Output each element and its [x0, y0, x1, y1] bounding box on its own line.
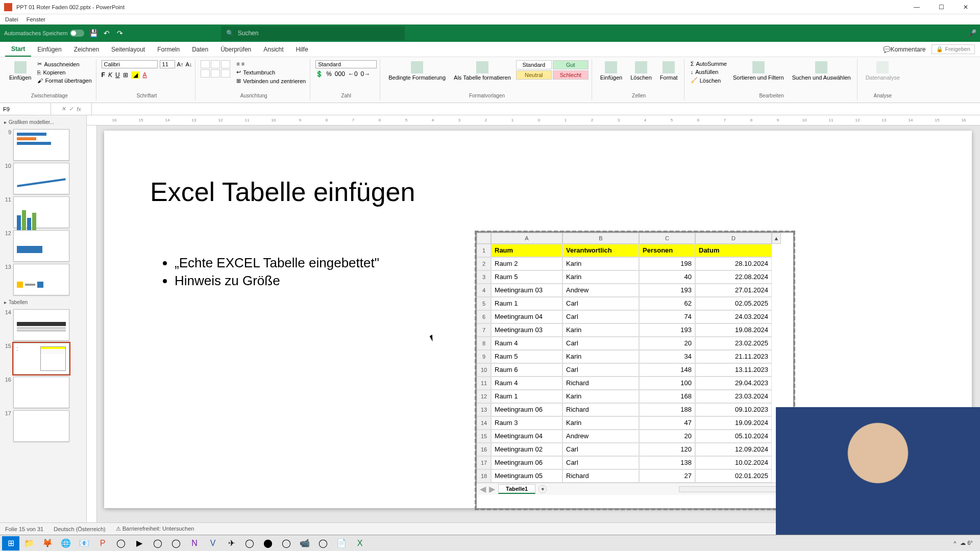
indent-buttons[interactable]: ≡ ≡ — [235, 60, 307, 67]
notepad-icon[interactable]: 📄 — [333, 536, 350, 550]
excel-data-row[interactable]: 7Meetingraum 03Karin19319.08.2024 — [477, 323, 793, 337]
outlook-icon[interactable]: 📧 — [76, 536, 93, 550]
section-grafiken[interactable]: ▸ Grafiken modellier... — [2, 117, 84, 127]
underline-button[interactable]: U — [115, 71, 120, 79]
excel-data-row[interactable]: 18Meetingraum 05Richard2702.01.2025 — [477, 469, 793, 483]
chrome-icon[interactable]: 🌐 — [57, 536, 75, 550]
excel-data-row[interactable]: 6Meetingraum 04Carl7424.03.2024 — [477, 310, 793, 323]
sheet-nav-prev-icon[interactable]: ◀ — [480, 484, 486, 494]
excel-data-row[interactable]: 10Raum 6Carl14813.11.2023 — [477, 363, 793, 377]
status-accessibility[interactable]: ⚠ Barrierefreiheit: Untersuchen — [116, 525, 194, 532]
excel-data-row[interactable]: 15Meetingraum 04Andrew2005.10.2024 — [477, 430, 793, 443]
name-box[interactable]: F9 — [0, 103, 51, 115]
tab-einfuegen[interactable]: Einfügen — [31, 42, 67, 57]
file-explorer-icon[interactable]: 📁 — [20, 536, 38, 550]
excel-data-row[interactable]: 16Meetingraum 02Carl12012.09.2024 — [477, 443, 793, 456]
slide-title[interactable]: Excel Tabelle einfügen — [150, 177, 415, 207]
cut-button[interactable]: ✂ Ausschneiden — [36, 60, 92, 68]
excel-data-row[interactable]: 3Raum 5Karin4022.08.2024 — [477, 270, 793, 284]
merge-button[interactable]: ⊞ Verbinden und zentrieren — [235, 77, 307, 85]
fx-buttons[interactable]: ✕✓fx — [51, 103, 92, 115]
start-button[interactable]: ⊞ — [2, 536, 19, 550]
visio-icon[interactable]: V — [204, 536, 222, 550]
italic-button[interactable]: K — [108, 71, 112, 79]
mic-icon[interactable]: 🎤 — [968, 29, 976, 37]
slide-thumb-9[interactable] — [13, 129, 69, 161]
app-icon[interactable]: ◯ — [278, 536, 295, 550]
border-button[interactable]: ⊞ — [123, 71, 128, 79]
section-tabellen[interactable]: ▸ Tabellen — [2, 297, 84, 307]
excel-data-row[interactable]: 13Meetingraum 06Richard18809.10.2023 — [477, 403, 793, 416]
wrap-text-button[interactable]: ↩ Textumbruch — [235, 68, 307, 76]
tray-chevron-icon[interactable]: ^ — [953, 540, 956, 546]
excel-data-row[interactable]: 8Raum 4Carl2023.02.2025 — [477, 337, 793, 350]
grow-font-icon[interactable]: A↑ — [177, 61, 184, 67]
slide-thumb-13[interactable] — [13, 264, 69, 295]
excel-data-row[interactable]: 5Raum 1Carl6202.05.2025 — [477, 297, 793, 310]
search-input[interactable]: 🔍 Suchen — [221, 26, 405, 40]
powerpoint-icon[interactable]: P — [94, 536, 111, 550]
zoom-icon[interactable]: 📹 — [296, 536, 313, 550]
tab-formeln[interactable]: Formeln — [151, 42, 186, 57]
slide-thumb-12[interactable] — [13, 230, 69, 262]
tab-seitenlayout[interactable]: Seitenlayout — [105, 42, 151, 57]
comma-button[interactable]: 000 — [335, 70, 345, 78]
file-menu[interactable]: Datei — [5, 16, 18, 22]
close-button[interactable]: ✕ — [955, 2, 976, 12]
shrink-font-icon[interactable]: A↓ — [185, 61, 192, 67]
excel-data-row[interactable]: 12Raum 1Karin16823.03.2024 — [477, 390, 793, 403]
excel-data-row[interactable]: 9Raum 5Karin3421.11.2023 — [477, 350, 793, 363]
excel-embedded-object[interactable]: A B C D ▲ 1RaumVerantwortlichPersonenDat… — [477, 233, 793, 508]
tab-start[interactable]: Start — [5, 42, 31, 57]
add-sheet-icon[interactable]: + — [538, 485, 547, 493]
app-icon[interactable]: ◯ — [314, 536, 332, 550]
paste-button[interactable]: Einfügen — [6, 60, 34, 82]
excel-data-row[interactable]: 17Meetingraum 06Carl13810.02.2024 — [477, 456, 793, 469]
tab-ueberpruefen[interactable]: Überprüfen — [214, 42, 257, 57]
excel-data-row[interactable]: 2Raum 2Karin19828.10.2024 — [477, 257, 793, 270]
style-neutral[interactable]: Neutral — [516, 70, 552, 80]
delete-cells-button[interactable]: Löschen — [627, 60, 655, 82]
format-painter-button[interactable]: 🖌 Format übertragen — [36, 77, 92, 84]
horizontal-scrollbar[interactable] — [679, 486, 781, 492]
autosave-toggle[interactable]: Automatisches Speichern — [4, 30, 84, 37]
undo-icon[interactable]: ↶ — [103, 29, 111, 37]
slide-bullets[interactable]: „Echte EXCEL Tabelle eingebettet" Hinwei… — [160, 253, 379, 291]
bullet-2[interactable]: Hinweis zu Größe — [175, 273, 379, 289]
insert-cells-button[interactable]: Einfügen — [597, 60, 625, 82]
font-size-select[interactable]: 11 — [160, 60, 175, 68]
slide-thumb-17[interactable] — [13, 410, 69, 442]
excel-icon[interactable]: X — [351, 536, 369, 550]
bullet-1[interactable]: „Echte EXCEL Tabelle eingebettet" — [175, 255, 379, 271]
onenote-icon[interactable]: N — [186, 536, 203, 550]
weather-widget[interactable]: ☁ 6° — [960, 540, 973, 546]
window-menu[interactable]: Fenster — [27, 16, 45, 22]
comments-button[interactable]: 💬 Kommentare — [877, 42, 932, 57]
slide-thumb-15[interactable]: •• — [13, 343, 69, 374]
format-cells-button[interactable]: Format — [657, 60, 681, 82]
excel-header-row[interactable]: 1RaumVerantwortlichPersonenDatum — [477, 244, 793, 257]
obs-icon[interactable]: ⬤ — [259, 536, 277, 550]
copy-button[interactable]: ⎘ Kopieren — [36, 69, 92, 76]
telegram-icon[interactable]: ✈ — [223, 536, 240, 550]
minimize-button[interactable]: — — [906, 2, 927, 12]
save-icon[interactable]: 💾 — [89, 29, 97, 37]
tab-zeichnen[interactable]: Zeichnen — [68, 42, 105, 57]
system-tray[interactable]: ^ ☁ 6° — [948, 540, 978, 546]
currency-button[interactable]: 💲 — [315, 70, 323, 78]
vlc-icon[interactable]: ▶ — [131, 536, 148, 550]
style-schlecht[interactable]: Schlecht — [553, 70, 589, 80]
number-format-select[interactable]: Standard — [315, 60, 377, 68]
fill-button[interactable]: ↓ Ausfüllen — [690, 68, 728, 76]
font-name-select[interactable]: Calibri — [102, 60, 158, 68]
scroll-up-icon[interactable]: ▲ — [772, 233, 781, 244]
firefox-icon[interactable]: 🦊 — [39, 536, 56, 550]
slide-thumb-14[interactable] — [13, 309, 69, 341]
conditional-formatting-button[interactable]: Bedingte Formatierung — [385, 60, 449, 82]
tab-ansicht[interactable]: Ansicht — [257, 42, 289, 57]
decimal-inc-button[interactable]: ←0 — [348, 70, 358, 78]
excel-data-row[interactable]: 11Raum 4Richard10029.04.2023 — [477, 377, 793, 390]
style-standard[interactable]: Standard — [516, 60, 552, 69]
autosum-button[interactable]: Σ AutoSumme — [690, 60, 728, 67]
redo-icon[interactable]: ↷ — [116, 29, 124, 37]
